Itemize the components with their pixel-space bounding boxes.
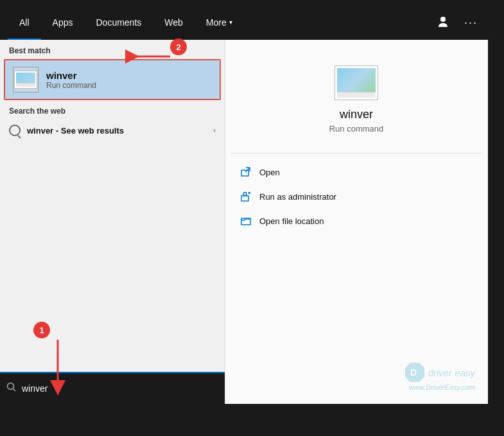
person-icon[interactable]	[435, 13, 451, 33]
chevron-right-icon: ›	[213, 126, 216, 135]
nav-tab-all[interactable]: All	[8, 6, 41, 40]
watermark-url: www.DriverEasy.com	[409, 383, 475, 391]
search-bar	[0, 372, 225, 404]
start-menu: All Apps Documents Web More ▾	[0, 6, 488, 404]
svg-point-6	[243, 193, 247, 196]
chevron-down-icon: ▾	[229, 19, 232, 26]
action-open-label: Open	[259, 168, 280, 177]
winver-icon-small	[14, 71, 37, 89]
action-items: Open Run as administrator	[225, 160, 488, 233]
best-match-subtitle: Run command	[46, 81, 96, 90]
app-preview-name: winver	[340, 108, 373, 121]
search-input[interactable]	[22, 383, 218, 394]
best-match-app-icon	[13, 67, 39, 92]
action-run-as-admin[interactable]: Run as administrator	[231, 184, 482, 209]
action-open-file-location[interactable]: Open file location	[231, 209, 482, 233]
nav-tab-web[interactable]: Web	[153, 6, 195, 40]
search-suffix: - See web results	[56, 126, 124, 135]
watermark-icon: D	[405, 363, 424, 382]
panel-divider	[225, 40, 225, 404]
search-web-item[interactable]: winver - See web results ›	[0, 119, 225, 141]
file-location-icon	[240, 215, 252, 227]
watermark-brand: driver easy	[428, 367, 475, 378]
svg-point-1	[8, 383, 14, 390]
annotation-badge-1: 1	[33, 322, 50, 338]
svg-rect-5	[241, 196, 248, 201]
winver-icon-large	[335, 65, 378, 100]
action-run-as-admin-label: Run as administrator	[259, 192, 336, 202]
annotation-badge-2: 2	[170, 39, 187, 55]
search-bar-icon	[6, 382, 17, 395]
nav-tab-more[interactable]: More ▾	[195, 6, 244, 40]
best-match-name: winver	[46, 70, 96, 81]
admin-icon	[240, 191, 252, 202]
search-query: winver	[27, 126, 53, 135]
content-area: Best match winver Run command Search the…	[0, 40, 488, 404]
left-panel: Best match winver Run command Search the…	[0, 40, 225, 404]
ellipsis-icon[interactable]: ···	[462, 13, 480, 32]
nav-tab-documents[interactable]: Documents	[84, 6, 153, 40]
svg-line-2	[13, 389, 16, 392]
best-match-item[interactable]: winver Run command	[4, 59, 221, 100]
nav-tabs: All Apps Documents Web More ▾	[8, 6, 435, 40]
search-icon	[9, 125, 21, 136]
watermark-logo: D driver easy	[405, 363, 475, 382]
nav-bar: All Apps Documents Web More ▾	[0, 6, 488, 40]
svg-rect-3	[241, 170, 248, 176]
svg-point-0	[440, 17, 446, 22]
watermark: D driver easy www.DriverEasy.com	[405, 363, 475, 391]
search-web-label: Search the web	[0, 100, 225, 119]
nav-right: ···	[435, 13, 480, 33]
taskbar	[0, 404, 504, 436]
svg-text:D: D	[410, 367, 417, 378]
app-preview-subtitle: Run command	[329, 124, 384, 134]
svg-rect-7	[248, 192, 250, 194]
open-icon	[240, 166, 252, 178]
best-match-text: winver Run command	[46, 70, 96, 90]
horizontal-divider	[231, 153, 482, 153]
search-web-text: winver - See web results	[27, 126, 207, 135]
action-open-file-location-label: Open file location	[259, 216, 324, 226]
action-open[interactable]: Open	[231, 160, 482, 184]
best-match-label: Best match	[0, 40, 225, 59]
right-panel: winver Run command Open	[225, 40, 488, 404]
app-preview: winver Run command	[329, 65, 384, 134]
nav-tab-apps[interactable]: Apps	[41, 6, 85, 40]
left-spacer	[0, 141, 225, 372]
